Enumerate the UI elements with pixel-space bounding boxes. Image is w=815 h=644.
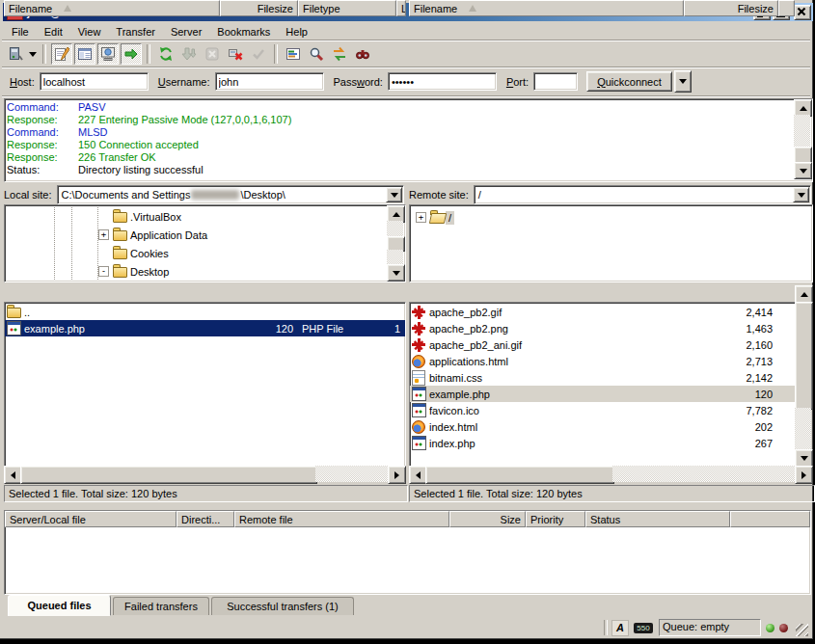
local-site-row: Local site: C:\Documents and Settings\De… [4,186,404,203]
log-row: Response:226 Transfer OK [5,151,812,164]
menu-item[interactable]: View [70,25,109,39]
local-tree-scroll-down-button[interactable] [387,264,405,282]
tree-expander-icon[interactable]: + [98,229,109,240]
menu-item[interactable]: Help [278,25,315,39]
image-file-icon [412,322,425,335]
remote-scroll-thumb[interactable] [795,302,813,410]
local-scroll-right-button[interactable] [388,466,406,484]
tree-expander-icon[interactable]: + [416,212,426,223]
quickconnect-dropdown-icon[interactable] [674,70,692,93]
tab-queued-files[interactable]: Queued files [8,595,111,616]
folder-icon [113,267,127,278]
remote-scroll-right-button[interactable] [795,466,813,484]
local-column-filename[interactable]: Filename [4,0,220,16]
local-column-filesize[interactable]: Filesize [220,0,298,16]
remote-file-row[interactable]: apache_pb2.png 1,463 [410,320,796,336]
remote-file-row[interactable]: index.html 202 [410,418,796,435]
local-tree-item[interactable]: Cookies [5,244,405,262]
local-tree-item[interactable]: + Application Data [5,226,405,244]
queue-column-remote-file[interactable]: Remote file [234,511,449,527]
local-file-row[interactable]: example.php 120 PHP File 1 [5,320,405,336]
reconnect-icon[interactable] [248,43,269,65]
activity-led-red-icon [779,624,788,632]
local-tree-item[interactable]: - Desktop [5,262,405,281]
remote-hscroll-track[interactable] [612,466,795,482]
remote-file-row[interactable]: apache_pb2.gif 2,414 [410,304,796,320]
log-row: Command:PASV [5,101,812,114]
toggle-remote-tree-icon[interactable] [97,43,119,65]
process-queue-icon[interactable] [178,43,200,65]
image-file-icon [412,338,425,352]
username-input[interactable] [215,72,324,91]
speed-limit-icon[interactable]: 550 [634,623,653,633]
log-scroll-track[interactable] [794,115,810,147]
remote-tree-item[interactable]: + / [410,208,812,227]
menubar: FileEditViewTransferServerBookmarksHelp [4,24,808,40]
local-site-dropdown-icon[interactable] [386,187,402,202]
local-column-lastmodified[interactable]: L [396,0,406,16]
password-input[interactable] [388,72,497,91]
log-row: Command:MLSD [5,126,812,139]
local-site-combo[interactable]: C:\Documents and Settings\Desktop\ [57,185,404,204]
quickconnect-button[interactable]: Quickconnect [586,71,672,92]
remote-scroll-track[interactable] [795,408,811,449]
local-column-filetype[interactable]: Filetype [298,0,396,16]
site-manager-dropdown-icon[interactable] [27,44,39,64]
sort-ascending-icon [64,5,71,12]
html-file-icon [412,420,425,434]
host-label: Host: [10,76,35,88]
menu-item[interactable]: File [4,25,37,39]
toggle-transfer-queue-icon[interactable] [121,43,142,65]
remote-file-row[interactable]: applications.html 2,713 [410,353,796,369]
remote-selection-status: Selected 1 file. Total size: 120 bytes [409,485,815,502]
local-file-row[interactable]: .. [5,304,405,320]
find-files-icon[interactable] [352,43,373,65]
folder-icon [113,249,127,259]
local-tree-scroll-track[interactable] [387,250,403,264]
log-scroll-down-button[interactable] [794,162,812,179]
menu-item[interactable]: Transfer [108,25,163,39]
queue-column-server-local-file[interactable]: Server/Local file [5,511,177,527]
remote-site-label: Remote site: [409,189,469,201]
directory-comparison-icon[interactable] [306,43,327,65]
local-hscroll-thumb[interactable] [20,466,317,484]
remote-site-dropdown-icon[interactable] [793,187,809,202]
menu-item[interactable]: Bookmarks [209,25,278,39]
php-file-icon [412,387,426,401]
local-tree-scroll-track[interactable] [387,221,403,236]
resize-grip[interactable] [796,624,808,636]
queue-column-priority[interactable]: Priority [526,511,585,527]
remote-file-row[interactable]: example.php 120 [410,386,796,402]
remote-site-combo[interactable]: / [474,185,811,204]
refresh-icon[interactable] [155,43,177,65]
tab-failed-transfers[interactable]: Failed transfers [113,597,209,615]
directory-filters-icon[interactable] [283,43,304,65]
remote-file-row[interactable]: apache_pb2_ani.gif 2,160 [410,336,796,353]
local-tree-item[interactable]: .VirtualBox [5,207,405,226]
cancel-operation-icon[interactable] [202,43,223,65]
queue-column-status[interactable]: Status [585,511,730,527]
remote-column-filesize[interactable]: Filesize [684,0,778,16]
remote-file-row[interactable]: favicon.ico 7,782 [410,402,796,418]
site-manager-icon[interactable] [5,43,26,65]
host-input[interactable] [40,72,149,91]
data-type-indicator-icon[interactable]: A [611,620,629,636]
redacted-username [191,190,239,200]
remote-column-filename[interactable]: Filename [409,0,684,16]
synchronized-browsing-icon[interactable] [329,43,350,65]
queue-column-direction[interactable]: Directi... [177,511,234,527]
menu-item[interactable]: Server [163,25,209,39]
toggle-local-tree-icon[interactable] [74,43,95,65]
queue-column-size[interactable]: Size [449,511,526,527]
disconnect-icon[interactable] [225,43,246,65]
tree-expander-icon[interactable]: - [98,266,109,277]
tab-successful-transfers[interactable]: Successful transfers (1) [211,597,354,615]
toggle-message-log-icon[interactable] [51,43,72,65]
menu-item[interactable]: Edit [37,25,70,39]
remote-hscroll-thumb[interactable] [425,466,614,484]
port-input[interactable] [533,72,578,91]
close-button[interactable] [794,5,811,20]
local-hscroll-track[interactable] [315,466,388,482]
remote-file-row[interactable]: index.php 267 [410,435,796,451]
remote-file-row[interactable]: bitnami.css 2,142 [410,369,796,386]
